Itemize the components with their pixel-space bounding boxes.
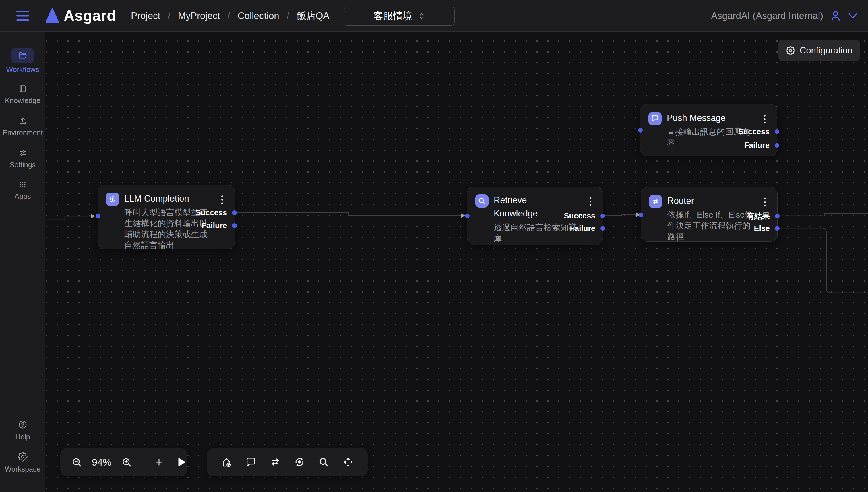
input-port[interactable] [639, 213, 643, 217]
node-push-message[interactable]: Push Message 直接輸出訊息的回應內容 Success Failure [640, 104, 777, 156]
node-content: Router 依據If、Else If、Else條件決定工作流程執行的路徑 [667, 194, 755, 242]
node-menu-button[interactable] [220, 194, 225, 206]
node-title: Router [667, 194, 755, 207]
output-port-success[interactable] [232, 211, 237, 215]
sidebar-item-label: Knowledge [0, 96, 45, 105]
environment-select[interactable]: 客服情境 [344, 7, 455, 26]
edge-retrieve-success-to-router [603, 215, 636, 216]
output-port-success[interactable] [775, 129, 779, 134]
output-failure: Failure [744, 141, 777, 150]
breadcrumb-separator: / [168, 10, 171, 21]
output-has-result: 有結果 [747, 211, 777, 221]
node-description: 依據If、Else If、Else條件決定工作流程執行的路徑 [667, 209, 753, 242]
zoom-toolbar: 94% [60, 448, 187, 476]
help-circle-icon [18, 420, 28, 429]
sidebar-item-workspace[interactable]: Workspace [0, 452, 45, 473]
account-menu[interactable]: AsgardAI (Asgard Internal) [711, 0, 858, 31]
trigger-plus-icon [221, 457, 232, 468]
sidebar-item-workflows[interactable]: Workflows [0, 48, 45, 74]
hamburger-icon [16, 10, 29, 21]
input-port[interactable] [96, 214, 100, 218]
node-menu-button[interactable] [762, 113, 767, 125]
swap-arrows-icon [649, 195, 662, 208]
search-tool-button[interactable] [318, 457, 329, 468]
sidebar-item-apps[interactable]: Apps [0, 180, 45, 201]
workflow-canvas[interactable] [45, 31, 868, 492]
add-trigger-button[interactable] [221, 457, 232, 468]
environment-select-value: 客服情境 [373, 9, 413, 23]
llm-tool-button[interactable] [294, 457, 305, 468]
sidebar-item-settings[interactable]: Settings [0, 149, 45, 169]
chat-bubble-icon [648, 112, 662, 125]
folder-icon [18, 51, 27, 60]
input-port[interactable] [465, 214, 470, 218]
sidebar-item-label: Apps [0, 192, 45, 201]
plus-icon [154, 457, 164, 467]
sidebar-item-label: Environment [0, 129, 45, 137]
output-port-success[interactable] [600, 214, 605, 218]
sidebar-item-help[interactable]: Help [0, 420, 45, 441]
breadcrumb-myproject[interactable]: MyProject [178, 10, 220, 21]
chat-bubble-icon [245, 457, 256, 468]
edge-router-result-out [777, 214, 868, 216]
asgard-logo-icon [45, 8, 59, 23]
router-tool-button[interactable] [270, 457, 281, 468]
node-description: 透過自然語言檢索知識庫 [494, 222, 580, 244]
active-item-highlight [11, 48, 34, 63]
hamburger-menu-button[interactable] [16, 10, 29, 21]
breadcrumb-collection[interactable]: Collection [238, 10, 279, 21]
node-llm-completion[interactable]: LLM Completion 呼叫大型語言模型並產生結構化的資料輸出以輔助流程的… [98, 185, 235, 249]
breadcrumb-separator: / [287, 10, 289, 21]
output-port-failure[interactable] [232, 223, 237, 228]
sidebar-item-label: Workflows [0, 66, 45, 74]
push-message-tool-button[interactable] [245, 457, 256, 468]
output-port-failure[interactable] [775, 143, 779, 148]
node-content: LLM Completion 呼叫大型語言模型並產生結構化的資料輸出以輔助流程的… [124, 192, 212, 251]
node-menu-button[interactable] [762, 196, 768, 208]
apps-grid-icon [18, 180, 27, 189]
input-port[interactable] [638, 128, 643, 132]
node-retrieve-knowledge[interactable]: Retrieve Knowledge 透過自然語言檢索知識庫 Success F… [467, 187, 603, 245]
play-icon [176, 457, 187, 467]
sidebar-item-label: Workspace [0, 465, 45, 473]
search-icon [318, 457, 329, 468]
llm-cycle-bulb-icon [294, 457, 305, 468]
add-button[interactable] [154, 457, 164, 467]
run-workflow-button[interactable] [176, 457, 187, 467]
output-port-failure[interactable] [600, 226, 605, 231]
sidebar-item-knowledge[interactable]: Knowledge [0, 84, 45, 105]
node-title: Retrieve Knowledge [494, 194, 554, 220]
node-title: LLM Completion [124, 192, 212, 205]
zoom-in-button[interactable] [121, 457, 132, 468]
node-tools-toolbar [207, 448, 368, 476]
output-failure: Failure [570, 224, 603, 233]
app-header: Asgard Project / MyProject / Collection … [0, 0, 868, 31]
edge-into-llm [45, 216, 91, 220]
output-port-else[interactable] [775, 226, 779, 231]
output-port-has-result[interactable] [775, 214, 779, 218]
llm-cycle-bulb-icon [106, 193, 119, 206]
breadcrumb-current[interactable]: 飯店QA [297, 9, 329, 22]
configuration-label: Configuration [800, 45, 852, 56]
node-router[interactable]: Router 依據If、Else If、Else條件決定工作流程執行的路徑 有結… [641, 187, 777, 242]
breadcrumb-separator: / [228, 10, 230, 21]
output-success: Success [564, 212, 603, 220]
zoom-out-button[interactable] [71, 457, 82, 468]
output-success: Success [738, 127, 777, 137]
account-label: AsgardAI (Asgard Internal) [711, 10, 823, 21]
zoom-out-icon [71, 457, 82, 468]
breadcrumb-project[interactable]: Project [131, 10, 160, 21]
sliders-icon [18, 149, 27, 157]
upload-icon [18, 117, 27, 125]
edge-arrow-icon [461, 213, 465, 218]
sidebar-item-label: Help [0, 433, 45, 441]
sidebar-item-environment[interactable]: Environment [0, 117, 45, 137]
edge-router-else-out [777, 228, 868, 293]
chevron-down-icon [848, 12, 858, 20]
zoom-level: 94% [90, 457, 114, 468]
node-title: Push Message [667, 112, 754, 125]
search-icon [475, 194, 489, 207]
move-tool-button[interactable] [342, 457, 354, 468]
node-menu-button[interactable] [588, 195, 593, 207]
configuration-button[interactable]: Configuration [778, 40, 860, 61]
